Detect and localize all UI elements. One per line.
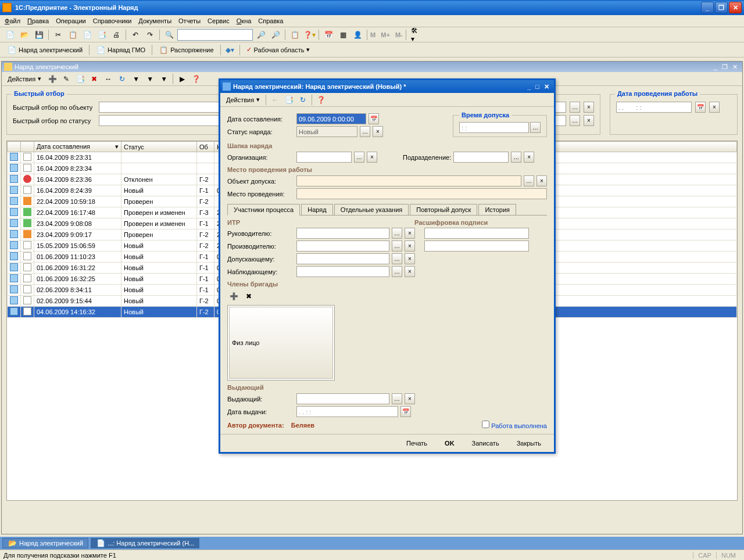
dialog-refresh-icon[interactable]: ↻ bbox=[296, 94, 309, 106]
user-icon[interactable]: 👤 bbox=[351, 28, 364, 41]
find-prev-icon[interactable]: 🔎 bbox=[255, 28, 267, 41]
dopusk-input[interactable] bbox=[296, 253, 389, 264]
dialog-minimize-icon[interactable]: _ bbox=[527, 83, 531, 90]
naryad-elec-button[interactable]: 📄Наряд электрический bbox=[3, 44, 86, 56]
nabl-select-button[interactable]: … bbox=[392, 266, 402, 277]
grid-icon[interactable]: ▦ bbox=[337, 28, 349, 41]
menu-windows[interactable]: Окна bbox=[237, 17, 252, 24]
calendar-icon[interactable]: 📅 bbox=[322, 28, 335, 41]
mdi-minimize-icon[interactable]: _ bbox=[714, 63, 717, 70]
add-member-icon[interactable]: ➕ bbox=[227, 290, 240, 303]
nabl-clear-button[interactable]: × bbox=[405, 266, 415, 277]
issue-date-input[interactable]: . . : : bbox=[296, 406, 398, 417]
work-done-check[interactable] bbox=[482, 421, 489, 428]
nabl-input[interactable] bbox=[296, 266, 389, 277]
menu-operations[interactable]: Операции bbox=[56, 17, 85, 24]
menu-edit[interactable]: Правка bbox=[27, 17, 49, 24]
copy-row-icon[interactable]: 📑 bbox=[74, 73, 87, 85]
refresh-icon[interactable]: ↻ bbox=[116, 73, 128, 85]
dialog-maximize-icon[interactable]: □ bbox=[535, 83, 539, 90]
menu-reports[interactable]: Отчеты bbox=[178, 17, 201, 24]
naryad-gmo-button[interactable]: 📄Наряад ГМО bbox=[92, 44, 149, 56]
col-blank1[interactable] bbox=[8, 142, 21, 152]
menu-service[interactable]: Сервис bbox=[208, 17, 230, 24]
proizv-sig-input[interactable] bbox=[424, 240, 529, 252]
proizv-select-button[interactable]: … bbox=[392, 240, 402, 252]
find-icon[interactable]: 🔍 bbox=[163, 28, 176, 41]
find-next-icon[interactable]: 🔎 bbox=[269, 28, 282, 41]
filter-icon[interactable]: ↔ bbox=[102, 73, 115, 85]
work-done-checkbox[interactable]: Работа выполнена bbox=[482, 421, 547, 429]
open-icon[interactable]: 📂 bbox=[18, 28, 31, 41]
date-input[interactable]: 09.06.2009 0:00:00 bbox=[296, 113, 366, 124]
close-button2[interactable]: Закрыть bbox=[511, 438, 547, 448]
mminus-label[interactable]: M- bbox=[395, 31, 403, 38]
mdi-close-icon[interactable]: ✕ bbox=[732, 63, 738, 71]
save-icon[interactable]: 💾 bbox=[33, 28, 45, 41]
save-button[interactable]: Записать bbox=[466, 438, 505, 448]
tab-participants[interactable]: Участники процесса bbox=[227, 204, 300, 216]
redo-icon[interactable]: ↷ bbox=[144, 28, 156, 41]
print-icon[interactable]: 🖨 bbox=[110, 28, 123, 41]
ruk-select-button[interactable]: … bbox=[392, 228, 402, 239]
proizv-input[interactable] bbox=[296, 240, 389, 252]
sel2-icon[interactable]: ▼ bbox=[144, 73, 156, 85]
cut-icon[interactable]: ✂ bbox=[52, 28, 65, 41]
object-select-button[interactable]: … bbox=[524, 175, 534, 186]
status-select-button[interactable]: … bbox=[360, 126, 370, 137]
minimize-button[interactable]: _ bbox=[701, 2, 714, 13]
ok-button[interactable]: OK bbox=[439, 438, 460, 448]
dopusk-clear2-button[interactable]: × bbox=[405, 253, 415, 264]
date-calendar-button[interactable]: 📅 bbox=[695, 102, 706, 113]
dopusk-select-button[interactable]: … bbox=[530, 122, 541, 133]
sel1-icon[interactable]: ▼ bbox=[130, 73, 142, 85]
podr-select-button[interactable]: … bbox=[511, 152, 521, 163]
tab-history[interactable]: История bbox=[478, 204, 516, 215]
date-clear-button[interactable]: × bbox=[709, 102, 720, 113]
del-member-icon[interactable]: ✖ bbox=[242, 290, 255, 303]
tab-instructions[interactable]: Отдельные указания bbox=[334, 204, 409, 215]
tab-naryad[interactable]: Наряд bbox=[301, 204, 332, 215]
dialog-close-icon[interactable]: ✕ bbox=[544, 83, 549, 91]
status-clear-button[interactable]: × bbox=[373, 126, 383, 137]
layers-icon[interactable]: ◆▾ bbox=[224, 44, 237, 56]
props-icon[interactable]: 📋 bbox=[288, 28, 301, 41]
help2-icon[interactable]: ❓ bbox=[189, 73, 202, 85]
edit-icon[interactable]: ✎ bbox=[60, 73, 73, 85]
workarea-button[interactable]: ✓Рабочая область▾ bbox=[243, 44, 314, 56]
dialog-actions-button[interactable]: Действия▾ bbox=[223, 94, 263, 106]
org-input[interactable] bbox=[296, 152, 352, 163]
podr-input[interactable] bbox=[453, 152, 509, 163]
mplus-label[interactable]: M+ bbox=[381, 31, 390, 38]
ruk-sig-input[interactable] bbox=[424, 228, 529, 239]
date-cal-button[interactable]: 📅 bbox=[369, 113, 379, 124]
tools-icon[interactable]: 🛠▾ bbox=[409, 28, 422, 41]
m-label[interactable]: M bbox=[370, 31, 375, 38]
new-icon[interactable]: 📄 bbox=[3, 28, 16, 41]
go-icon[interactable]: ▶ bbox=[176, 73, 188, 85]
delete-icon[interactable]: ✖ bbox=[88, 73, 101, 85]
menu-file[interactable]: Файл bbox=[5, 17, 20, 24]
menu-refs[interactable]: Справочники bbox=[93, 17, 132, 24]
undo-icon[interactable]: ↶ bbox=[129, 28, 142, 41]
ruk-clear-button[interactable]: × bbox=[405, 228, 415, 239]
filter-object-select-button[interactable]: … bbox=[570, 102, 580, 113]
task-2[interactable]: 📄...: Наряд электрический (Н... bbox=[91, 538, 199, 548]
mesto-input[interactable] bbox=[296, 188, 547, 199]
print-button[interactable]: Печать bbox=[400, 438, 433, 448]
col-blank2[interactable] bbox=[21, 142, 34, 152]
rasp-button[interactable]: 📋Распоряжение bbox=[155, 44, 217, 56]
actions-button[interactable]: Действия▾ bbox=[4, 73, 45, 85]
help-icon[interactable]: ❓▾ bbox=[303, 28, 316, 41]
issuer-select-button[interactable]: … bbox=[392, 393, 402, 404]
object-clear-button[interactable]: × bbox=[536, 175, 547, 186]
menu-help[interactable]: Справка bbox=[258, 17, 283, 24]
task-1[interactable]: 📂Наряд электрический bbox=[2, 538, 88, 548]
dialog-save-icon[interactable]: 📑 bbox=[282, 94, 295, 106]
object-input[interactable] bbox=[296, 175, 521, 186]
add-icon[interactable]: ➕ bbox=[46, 73, 59, 85]
dialog-titlebar[interactable]: Наряд электрический: Наряд электрический… bbox=[220, 80, 554, 93]
fiz-col[interactable]: Физ лицо bbox=[229, 307, 333, 379]
date-filter-input[interactable] bbox=[616, 102, 692, 113]
restore-button[interactable]: ❐ bbox=[715, 2, 728, 13]
